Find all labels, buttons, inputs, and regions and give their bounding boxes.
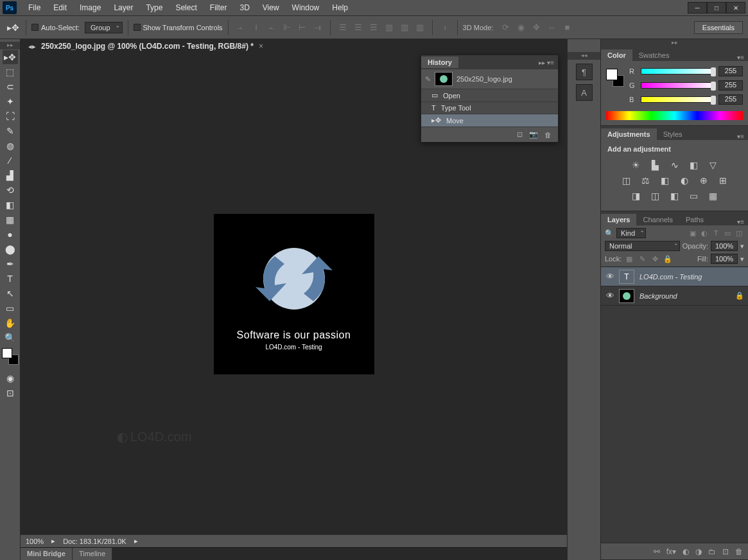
history-item[interactable]: ▭ Open xyxy=(421,89,558,101)
r-value[interactable]: 255 xyxy=(718,66,743,76)
menu-view[interactable]: View xyxy=(256,1,286,15)
channel-mixer-icon[interactable]: ⊕ xyxy=(697,175,710,186)
history-item[interactable]: ▸✥ Move xyxy=(421,114,558,127)
visibility-icon[interactable]: 👁 xyxy=(601,272,619,281)
panel-menu-icon[interactable]: ▾≡ xyxy=(737,133,744,140)
layer-row[interactable]: 👁 Background 🔒 xyxy=(601,286,748,306)
history-brush-tool[interactable]: ⟲ xyxy=(3,183,18,197)
maximize-button[interactable]: □ xyxy=(707,2,726,13)
tab-adjustments[interactable]: Adjustments xyxy=(601,128,657,140)
align-bottom-icon[interactable]: ⫠ xyxy=(265,21,279,35)
3d-slide-icon[interactable]: ↔ xyxy=(544,21,559,35)
wand-tool[interactable]: ✦ xyxy=(3,94,18,109)
foreground-background-colors[interactable] xyxy=(2,348,19,365)
tab-channels[interactable]: Channels xyxy=(636,214,679,225)
dock-character-icon[interactable]: A xyxy=(576,84,593,101)
group-icon[interactable]: 🗀 xyxy=(708,547,716,556)
lock-transparent-icon[interactable]: ▦ xyxy=(624,254,634,264)
brightness-icon[interactable]: ☀ xyxy=(630,159,643,171)
align-vcenter-icon[interactable]: ⫲ xyxy=(249,21,263,35)
show-transform-checkbox[interactable]: Show Transform Controls xyxy=(134,24,223,31)
selective-color-icon[interactable]: ▦ xyxy=(707,190,720,202)
r-slider[interactable] xyxy=(641,68,715,74)
bw-icon[interactable]: ◧ xyxy=(659,175,672,186)
3d-scale-icon[interactable]: ■ xyxy=(560,21,574,35)
tab-color[interactable]: Color xyxy=(601,49,632,61)
adjustment-layer-icon[interactable]: ◑ xyxy=(695,547,702,556)
move-tool[interactable]: ▸✥ xyxy=(3,50,18,64)
link-layers-icon[interactable]: ⚯ xyxy=(654,547,660,556)
history-snapshot[interactable]: ✎ 250x250_logo.jpg xyxy=(421,69,558,89)
spectrum-bar[interactable] xyxy=(606,111,743,120)
menu-image[interactable]: Image xyxy=(73,1,107,15)
exposure-icon[interactable]: ◧ xyxy=(688,159,700,171)
lock-position-icon[interactable]: ✥ xyxy=(650,254,660,264)
mask-icon[interactable]: ◐ xyxy=(683,547,689,556)
invert-icon[interactable]: ◨ xyxy=(630,190,643,202)
distribute-vcenter-icon[interactable]: ☰ xyxy=(351,21,365,35)
3d-pan-icon[interactable]: ✥ xyxy=(529,21,543,35)
fill-input[interactable]: 100% xyxy=(711,254,738,264)
fx-icon[interactable]: fx▾ xyxy=(666,547,676,556)
hand-tool[interactable]: ✋ xyxy=(3,316,18,330)
quickmask-tool[interactable]: ◉ xyxy=(3,371,18,385)
trash-icon[interactable]: 🗑 xyxy=(735,547,743,556)
blur-tool[interactable]: ● xyxy=(3,227,18,241)
crop-tool[interactable]: ⛶ xyxy=(3,109,18,123)
filter-kind[interactable]: Kind xyxy=(616,228,646,238)
stamp-tool[interactable]: ▟ xyxy=(3,168,18,182)
new-layer-icon[interactable]: ⊡ xyxy=(722,547,729,556)
menu-edit[interactable]: Edit xyxy=(47,1,73,15)
distribute-top-icon[interactable]: ☰ xyxy=(336,21,350,35)
photo-filter-icon[interactable]: ◐ xyxy=(678,175,691,186)
close-button[interactable]: ✕ xyxy=(726,2,745,13)
align-left-icon[interactable]: ⊩ xyxy=(280,21,294,35)
zoom-tool[interactable]: 🔍 xyxy=(3,331,18,345)
path-tool[interactable]: ↖ xyxy=(3,286,18,301)
panel-menu-icon[interactable]: ▾≡ xyxy=(737,54,744,61)
shape-tool[interactable]: ▭ xyxy=(3,301,18,315)
filter-shape-icon[interactable]: ▭ xyxy=(722,228,733,238)
tab-swatches[interactable]: Swatches xyxy=(632,49,676,61)
snapshot-icon[interactable]: 📷 xyxy=(529,130,538,139)
lasso-tool[interactable]: ⊂ xyxy=(3,80,18,94)
lookup-icon[interactable]: ⊞ xyxy=(717,175,729,186)
panel-menu-icon[interactable]: ▸▸ ▾≡ xyxy=(539,59,554,66)
tab-layers[interactable]: Layers xyxy=(601,214,636,225)
opacity-input[interactable]: 100% xyxy=(711,241,738,251)
menu-file[interactable]: File xyxy=(22,1,47,15)
curves-icon[interactable]: ∿ xyxy=(668,159,681,171)
auto-select-checkbox[interactable]: Auto-Select: xyxy=(31,24,80,31)
color-fg-swatch[interactable] xyxy=(606,69,618,80)
workspace-button[interactable]: Essentials xyxy=(694,21,743,34)
type-tool[interactable]: T xyxy=(3,272,18,286)
posterize-icon[interactable]: ◫ xyxy=(649,190,662,202)
layer-row[interactable]: 👁 T LO4D.com - Testing xyxy=(601,267,748,286)
lock-all-icon[interactable]: 🔒 xyxy=(663,254,673,264)
filter-type-icon[interactable]: T xyxy=(711,228,721,238)
dodge-tool[interactable]: ⬤ xyxy=(3,242,18,256)
tab-close-icon[interactable]: × xyxy=(259,42,263,51)
filter-smart-icon[interactable]: ◫ xyxy=(734,228,744,238)
distribute-bottom-icon[interactable]: ☰ xyxy=(367,21,381,35)
new-document-icon[interactable]: ⊡ xyxy=(517,130,523,139)
3d-roll-icon[interactable]: ◉ xyxy=(514,21,528,35)
align-top-icon[interactable]: ⫠ xyxy=(234,21,248,35)
hue-icon[interactable]: ◫ xyxy=(620,175,633,186)
menu-filter[interactable]: Filter xyxy=(204,1,234,15)
minimize-button[interactable]: ─ xyxy=(688,2,707,13)
zoom-level[interactable]: 100% xyxy=(26,538,44,545)
heal-tool[interactable]: ◍ xyxy=(3,139,18,153)
distribute-left-icon[interactable]: ▥ xyxy=(382,21,396,35)
auto-select-target[interactable]: Group xyxy=(85,22,123,33)
b-value[interactable]: 255 xyxy=(718,94,743,105)
menu-window[interactable]: Window xyxy=(286,1,326,15)
tab-history[interactable]: History xyxy=(421,57,458,68)
balance-icon[interactable]: ⚖ xyxy=(639,175,652,186)
levels-icon[interactable]: ▙ xyxy=(649,159,662,171)
brush-tool[interactable]: ⁄ xyxy=(3,153,18,168)
gradient-tool[interactable]: ▦ xyxy=(3,213,18,227)
menu-layer[interactable]: Layer xyxy=(107,1,139,15)
distribute-hcenter-icon[interactable]: ▥ xyxy=(397,21,412,35)
align-hcenter-icon[interactable]: ⊢ xyxy=(295,21,309,35)
